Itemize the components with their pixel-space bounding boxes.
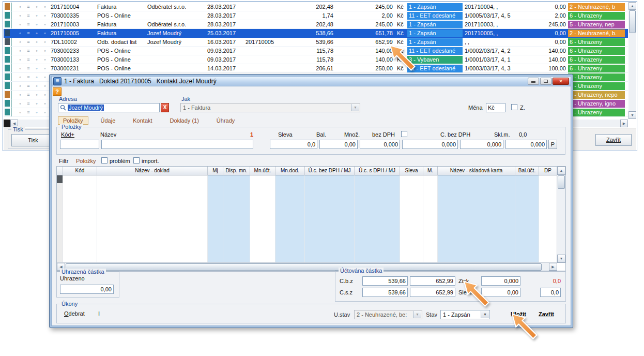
scroll-down-icon[interactable]: [557, 255, 565, 263]
sleva-percent-value[interactable]: 0,0: [540, 288, 561, 297]
row-icon[interactable]: ∘: [33, 47, 41, 55]
row-icon[interactable]: ≡: [24, 108, 33, 116]
row-icon[interactable]: ∘: [16, 82, 24, 90]
row-icon[interactable]: ≡: [24, 99, 33, 108]
row-icon[interactable]: ∘: [41, 73, 49, 81]
row-icon[interactable]: ∘: [41, 29, 49, 37]
import-checkbox[interactable]: [133, 157, 140, 164]
ustav-select[interactable]: 2 - Neuhrazené, be:: [354, 310, 422, 319]
adresa-input[interactable]: Jozef Moudrý: [58, 103, 160, 112]
row-icon[interactable]: ∘: [33, 55, 41, 64]
mnoz-input[interactable]: 0,000: [360, 140, 400, 149]
grid-column-header[interactable]: Název - skladová karta: [438, 167, 515, 175]
grid-column-header[interactable]: Mn.dod.: [275, 167, 305, 175]
grid-column-header[interactable]: M.: [423, 167, 438, 175]
grid-column-header[interactable]: Disp. mn.: [223, 167, 250, 175]
nazev-input[interactable]: [101, 140, 253, 149]
row-icon[interactable]: ≡: [24, 38, 33, 46]
filtr-polozky-label[interactable]: Položky: [76, 158, 96, 165]
row-icon[interactable]: ∘: [41, 99, 49, 108]
row-icon[interactable]: ∘: [33, 108, 41, 116]
odebrat-button[interactable]: Odebrat: [64, 310, 85, 317]
row-icon[interactable]: ∘: [16, 20, 24, 28]
row-icon[interactable]: ∘: [33, 91, 41, 99]
row-icon[interactable]: ≡: [24, 47, 33, 55]
row-icon[interactable]: ≡: [24, 55, 33, 64]
p-button[interactable]: P: [548, 140, 557, 149]
grid-column-header[interactable]: Sleva: [400, 167, 423, 175]
invoice-row[interactable]: ∘≡∘∘703000233POS - Online09.03.2017115,7…: [4, 47, 628, 55]
grid-column-header[interactable]: Mj: [208, 167, 223, 175]
dialog-titlebar[interactable]: 1 - Faktura Doklad 201710005 Kontakt Joz…: [51, 76, 571, 86]
scroll-down-icon[interactable]: [628, 111, 636, 119]
zavrit-window-button[interactable]: Zavřít: [595, 134, 632, 146]
cbezdph-input[interactable]: 0,000: [460, 140, 503, 149]
close-icon[interactable]: [553, 78, 569, 85]
row-icon[interactable]: ∘: [16, 38, 24, 46]
row-icon[interactable]: ∘: [33, 73, 41, 81]
grid-column-header[interactable]: Ú.c. s DPH / MJ: [355, 167, 400, 175]
row-icon[interactable]: ∘: [33, 3, 41, 11]
row-icon[interactable]: ∘: [16, 99, 24, 108]
bezdph-checkbox[interactable]: [401, 131, 407, 137]
row-icon[interactable]: ≡: [24, 82, 33, 90]
grid-column-header[interactable]: Mn.účt.: [250, 167, 275, 175]
grid-column-header[interactable]: Název - doklad: [97, 167, 208, 175]
invoice-row[interactable]: ∘≡∘∘703000231POS - Online14.03.2017206,6…: [4, 64, 628, 73]
jak-select[interactable]: 1 - Faktura: [180, 103, 360, 112]
row-icon[interactable]: ∘: [33, 99, 41, 108]
row-icon[interactable]: ∘: [16, 55, 24, 64]
row-icon[interactable]: ≡: [24, 64, 33, 72]
grid-column-header[interactable]: [57, 167, 63, 175]
row-icon[interactable]: ∘: [16, 73, 24, 81]
row-icon[interactable]: ∘: [33, 64, 41, 72]
stav-select[interactable]: 1 - Zapsán: [440, 310, 490, 319]
scrollbar-thumb[interactable]: [629, 10, 636, 33]
grid-column-header[interactable]: DP: [539, 167, 557, 175]
row-icon[interactable]: ≡: [24, 91, 33, 99]
row-icon[interactable]: ∘: [33, 20, 41, 28]
invoice-row[interactable]: ∘≡∘∘201710005FakturaJozef Moudrý25.03.20…: [4, 29, 628, 38]
row-icon[interactable]: ∘: [41, 38, 49, 46]
row-icon[interactable]: ∘: [33, 38, 41, 46]
minimize-button[interactable]: [528, 78, 539, 85]
bal-input[interactable]: 0,00: [319, 140, 358, 149]
scroll-right-icon[interactable]: [620, 120, 628, 127]
tisk-button[interactable]: Tisk: [11, 134, 55, 146]
row-icon[interactable]: ∘: [16, 91, 24, 99]
row-icon[interactable]: ≡: [24, 20, 33, 28]
row-icon[interactable]: ≡: [24, 3, 33, 11]
grid-vertical-scrollbar[interactable]: [557, 167, 565, 263]
row-icon[interactable]: ∘: [41, 3, 49, 11]
dialog-tab[interactable]: Kontakt: [128, 116, 157, 125]
row-icon[interactable]: ∘: [41, 82, 49, 90]
row-icon[interactable]: ∘: [33, 82, 41, 90]
row-icon[interactable]: ∘: [16, 29, 24, 37]
row-icon[interactable]: ≡: [24, 11, 33, 20]
bezdph-input[interactable]: 0,000: [402, 140, 458, 149]
help-button[interactable]: ?: [53, 87, 62, 96]
invoice-row[interactable]: ∘≡∘∘201710004FakturaOdběratel s.r.o.28.0…: [4, 3, 628, 11]
invoice-row[interactable]: ∘≡∘∘7DL10002Odb. dodací listJozef Moudrý…: [4, 38, 628, 47]
row-icon[interactable]: ≡: [24, 73, 33, 81]
row-icon[interactable]: ∘: [16, 3, 24, 11]
row-icon[interactable]: ∘: [41, 55, 49, 64]
row-icon[interactable]: ∘: [16, 108, 24, 116]
dialog-tab[interactable]: Údaje: [96, 116, 121, 125]
grid-horizontal-scrollbar[interactable]: [57, 262, 557, 271]
z-checkbox[interactable]: [511, 104, 517, 110]
row-icon[interactable]: ∘: [41, 20, 49, 28]
scroll-up-icon[interactable]: [628, 2, 636, 10]
sleva-input[interactable]: 0,0: [270, 140, 317, 149]
invoice-row[interactable]: ∘≡∘∘201710003FakturaOdběratel s.r.o.28.0…: [4, 20, 628, 29]
filtr-label[interactable]: Filtr: [59, 158, 68, 165]
row-icon[interactable]: ∘: [16, 11, 24, 20]
dialog-tab[interactable]: Doklady (1): [165, 116, 204, 125]
invoice-row[interactable]: ∘≡∘∘703000335POS - Online28.03.20171,742…: [4, 11, 628, 20]
grid-column-header[interactable]: Bal.účt.: [515, 167, 539, 175]
row-icon[interactable]: ∘: [16, 47, 24, 55]
cbz-value-gross[interactable]: 652,99: [410, 276, 455, 286]
dialog-tab[interactable]: Úhrady: [211, 116, 240, 125]
row-icon[interactable]: ≡: [24, 29, 33, 37]
invoice-row[interactable]: ∘≡∘∘703000133POS - Online09.03.2017115,7…: [4, 55, 628, 64]
